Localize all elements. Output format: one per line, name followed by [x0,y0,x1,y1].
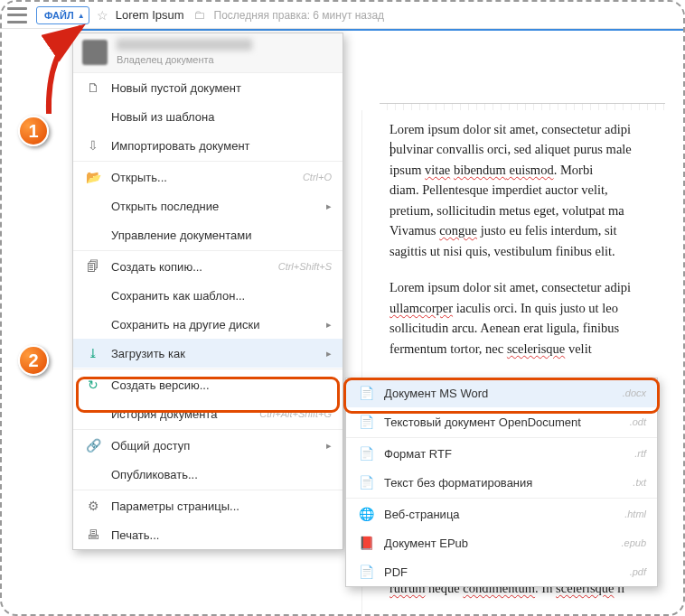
menu-save-other-disks[interactable]: Сохранить на другие диски▸ [73,310,342,339]
menu-label: Открыть последние [111,200,326,213]
owner-name-blurred: hidden [117,39,252,51]
menu-label: Новый пустой документ [111,81,332,95]
file-ext: .pdf [630,566,646,577]
submenu-odt[interactable]: 📄Текстовый документ OpenDocument.odt [346,407,657,436]
body-text: justo eu felis interdum, sit [477,223,617,238]
submenu-html[interactable]: 🌐Веб-страница.html [346,499,657,528]
menu-label: История документа [111,407,259,421]
spell-error: scelerisque [507,341,565,356]
txt-file-icon: 📄 [357,475,375,490]
menu-label: Импортировать документ [111,139,332,153]
file-ext: .html [624,509,646,519]
menu-label: Опубликовать... [111,468,332,481]
submenu-txt[interactable]: 📄Текст без форматирования.txt [346,468,657,497]
chevron-right-icon: ▸ [326,440,332,452]
menu-label: Общий доступ [111,439,326,453]
menu-share[interactable]: 🔗Общий доступ▸ [73,431,342,460]
submenu-label: Текст без форматирования [384,476,633,490]
body-text: sagittis ut nisi quis, vestibulum finibu… [389,244,615,258]
body-text: Lorem ipsum dolor sit amet, consectetur … [389,122,631,136]
menu-label: Создать копию... [111,260,278,274]
chevron-right-icon: ▸ [326,201,332,212]
separator [346,437,657,438]
menu-make-copy[interactable]: 🗐Создать копию...Ctrl+Shift+S [73,252,342,281]
text-cursor [390,142,391,156]
share-icon: 🔗 [84,438,102,453]
odt-file-icon: 📄 [357,415,375,429]
body-text: ipsum [389,163,425,177]
file-ext: .epub [621,537,646,548]
file-ext: .docx [623,387,646,398]
submenu-label: Текстовый документ OpenDocument [384,415,630,429]
spell-error: euismod [506,163,554,177]
annotation-arrow-1 [38,23,92,123]
body-text: Vivamus [389,223,439,238]
menu-save-template[interactable]: Сохранить как шаблон... [73,281,342,310]
folder-icon[interactable]: 🗀 [193,8,205,22]
submenu-label: PDF [384,565,630,579]
menu-label: Параметры страницы... [111,499,332,513]
body-text: . Morbi [554,163,594,177]
menu-import[interactable]: ⇩Импортировать документ [73,131,342,160]
submenu-msword[interactable]: 📄Документ MS Word.docx [346,378,657,407]
pdf-file-icon: 📄 [357,565,375,579]
submenu-rtf[interactable]: 📄Формат RTF.rtf [346,439,657,468]
menu-new-blank[interactable]: 🗋Новый пустой документ [73,73,342,102]
menu-create-version[interactable]: ↻Создать версию... [73,370,342,399]
gear-icon: ⚙ [84,499,102,513]
separator [73,429,342,430]
chevron-right-icon: ▸ [326,348,332,359]
import-icon: ⇩ [84,138,102,153]
menu-open-recent[interactable]: Открыть последние▸ [73,191,342,220]
shortcut: Ctrl+Shift+S [278,261,332,272]
star-icon[interactable]: ☆ [97,8,108,23]
menu-open[interactable]: 📂Открыть...Ctrl+O [73,163,342,191]
body-text: pulvinar convallis orci, sed aliquet pur… [389,142,632,156]
html-file-icon: 🌐 [357,507,375,521]
body-text: sollicitudin arcu. Aenean erat ligula, f… [389,321,619,335]
document-title[interactable]: Lorem Ipsum [116,8,184,22]
file-ext: .odt [630,416,646,427]
menu-label: Сохранить на другие диски [111,318,326,331]
submenu-label: Формат RTF [384,447,634,461]
owner-header: hidden Владелец документа [73,33,342,73]
menu-label: Создать версию... [111,378,332,392]
rtf-file-icon: 📄 [357,446,375,461]
body-text: Lorem ipsum dolor sit amet, consectetur … [389,280,631,294]
menu-download-as[interactable]: ⤓Загрузить как▸ [73,339,342,368]
folder-open-icon: 📂 [84,170,102,184]
spell-error: vitae [425,163,450,177]
download-icon: ⤓ [84,346,102,360]
menu-label: Сохранить как шаблон... [111,289,332,303]
separator [73,369,342,369]
menu-label: Загрузить как [111,347,326,360]
top-toolbar: ФАЙЛ ☆ Lorem Ipsum 🗀 Последняя правка: 6… [2,2,683,29]
menu-label: Открыть... [111,171,303,184]
menu-active-underline [72,29,683,31]
submenu-pdf[interactable]: 📄PDF.pdf [346,557,657,586]
separator [73,250,342,251]
submenu-label: Веб-страница [384,508,624,521]
body-text: pretium, sollicitudin metus eget, volutp… [389,203,624,218]
menu-print[interactable]: 🖶Печать... [73,520,342,549]
version-icon: ↻ [84,378,102,392]
menu-new-template[interactable]: Новый из шаблона [73,102,342,131]
menu-manage-docs[interactable]: Управление документами [73,220,342,249]
file-ext: .txt [633,477,646,488]
menu-history[interactable]: История документаCtrl+Alt+Shift+G [73,399,342,428]
submenu-label: Документ MS Word [384,387,623,400]
word-file-icon: 📄 [357,386,375,400]
file-menu-button[interactable]: ФАЙЛ [36,6,89,24]
menu-label: Управление документами [111,229,332,242]
menu-label: Печать... [111,528,332,542]
body-text: fermentum tortor, nec [389,341,507,356]
submenu-epub[interactable]: 📕Документ EPub.epub [346,528,657,557]
menu-publish[interactable]: Опубликовать... [73,460,342,489]
owner-role: Владелец документа [117,54,252,65]
file-dropdown-menu: hidden Владелец документа 🗋Новый пустой … [72,33,343,550]
menu-page-setup[interactable]: ⚙Параметры страницы... [73,491,342,520]
spell-error: bibendum [454,163,506,177]
spell-error: ullamcorper [389,301,453,315]
hamburger-menu-icon[interactable] [7,7,27,23]
last-edit-label: Последняя правка: 6 минут назад [214,9,385,22]
